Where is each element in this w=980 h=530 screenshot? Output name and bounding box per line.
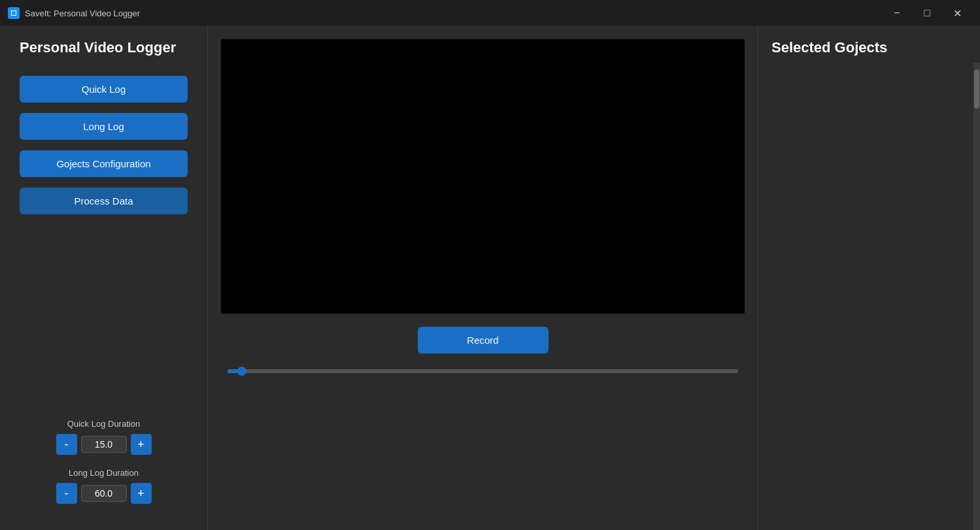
right-panel-title: Selected Gojects [771,39,967,56]
long-log-button[interactable]: Long Log [20,113,188,140]
svg-rect-2 [12,11,16,15]
nav-buttons: Quick Log Long Log Gojects Configuration… [20,76,188,214]
long-log-duration-label: Long Log Duration [20,468,188,478]
sidebar: Personal Video Logger Quick Log Long Log… [0,26,208,530]
duration-controls: Quick Log Duration - + Long Log Duration… [20,406,188,517]
gojects-list[interactable] [758,63,973,530]
close-button[interactable]: ✕ [942,0,972,26]
progress-slider[interactable] [228,369,738,373]
minimize-button[interactable]: − [882,0,912,26]
titlebar: SaveIt: Personal Video Logger − □ ✕ [0,0,980,26]
main-layout: Personal Video Logger Quick Log Long Log… [0,26,980,530]
quick-log-value-input[interactable] [81,436,127,453]
center-area: Record [208,26,758,530]
quick-log-button[interactable]: Quick Log [20,76,188,103]
quick-log-minus-button[interactable]: - [56,434,77,455]
window-controls: − □ ✕ [882,0,972,26]
long-log-plus-button[interactable]: + [131,483,152,504]
app-icon [8,7,20,19]
right-panel: Selected Gojects [758,26,980,530]
quick-log-plus-button[interactable]: + [131,434,152,455]
restore-button[interactable]: □ [912,0,942,26]
window-title: SaveIt: Personal Video Logger [25,8,882,18]
video-display [221,39,745,314]
long-log-duration-row: - + [20,483,188,504]
record-button[interactable]: Record [418,327,549,354]
long-log-minus-button[interactable]: - [56,483,77,504]
sidebar-title: Personal Video Logger [20,39,188,56]
scrollbar[interactable] [973,63,980,530]
long-log-value-input[interactable] [81,485,127,502]
quick-log-duration-label: Quick Log Duration [20,419,188,429]
scrollbar-thumb [974,69,979,108]
gojects-config-button[interactable]: Gojects Configuration [20,150,188,177]
progress-slider-container [221,364,745,376]
process-data-button[interactable]: Process Data [20,188,188,214]
quick-log-duration-row: - + [20,434,188,455]
right-panel-header: Selected Gojects [758,26,980,63]
